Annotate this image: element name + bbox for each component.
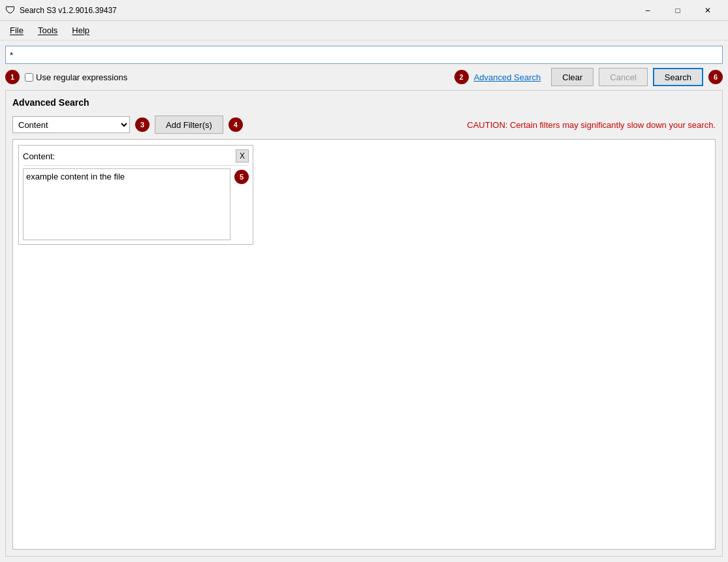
title-bar-controls: – □ ✕ — [633, 0, 723, 21]
badge-3: 3 — [135, 117, 150, 132]
main-content: 1 Use regular expressions 2 Advanced Sea… — [0, 40, 728, 562]
badge-1: 1 — [5, 70, 20, 84]
search-bar-row — [5, 46, 723, 64]
filter-card-close-button[interactable]: X — [236, 149, 249, 163]
filter-card-label: Content: — [23, 151, 55, 161]
menu-help[interactable]: Help — [65, 22, 97, 39]
badge-4: 4 — [229, 117, 243, 132]
filter-content-textarea[interactable]: example content in the file — [23, 168, 230, 240]
badge-5: 5 — [234, 170, 249, 184]
clear-button[interactable]: Clear — [551, 68, 593, 86]
title-bar: 🛡 Search S3 v1.2.9016.39437 – □ ✕ — [0, 0, 728, 21]
use-regex-checkbox[interactable] — [25, 73, 33, 82]
filter-cards-area: Content: X example content in the file 5 — [12, 139, 716, 550]
advanced-panel-title: Advanced Search — [12, 97, 716, 108]
cancel-button[interactable]: Cancel — [599, 68, 647, 86]
filter-card-content: Content: X example content in the file 5 — [18, 145, 253, 245]
filter-type-select[interactable]: Content File Name File Size Date Modifie… — [12, 116, 130, 133]
filter-row: Content File Name File Size Date Modifie… — [12, 116, 716, 134]
badge-2: 2 — [454, 70, 469, 84]
maximize-button[interactable]: □ — [663, 0, 693, 21]
menu-file[interactable]: File — [3, 22, 31, 39]
search-button[interactable]: Search — [653, 68, 703, 86]
advanced-search-link[interactable]: Advanced Search — [474, 72, 541, 82]
filter-card-header: Content: X — [23, 149, 249, 166]
minimize-button[interactable]: – — [633, 0, 663, 21]
toolbar-row: 1 Use regular expressions 2 Advanced Sea… — [5, 68, 723, 86]
search-input[interactable] — [5, 46, 723, 64]
badge-6: 6 — [708, 70, 723, 84]
app-icon: 🛡 — [5, 5, 16, 16]
caution-text: CAUTION: Certain filters may significant… — [467, 120, 716, 130]
menu-bar: File Tools Help — [0, 21, 728, 40]
menu-tools[interactable]: Tools — [31, 22, 65, 39]
add-filter-button[interactable]: Add Filter(s) — [155, 116, 223, 134]
advanced-panel: Advanced Search Content File Name File S… — [5, 90, 723, 557]
use-regex-label[interactable]: Use regular expressions — [25, 72, 127, 82]
close-button[interactable]: ✕ — [693, 0, 723, 21]
title-bar-title: Search S3 v1.2.9016.39437 — [20, 6, 633, 15]
